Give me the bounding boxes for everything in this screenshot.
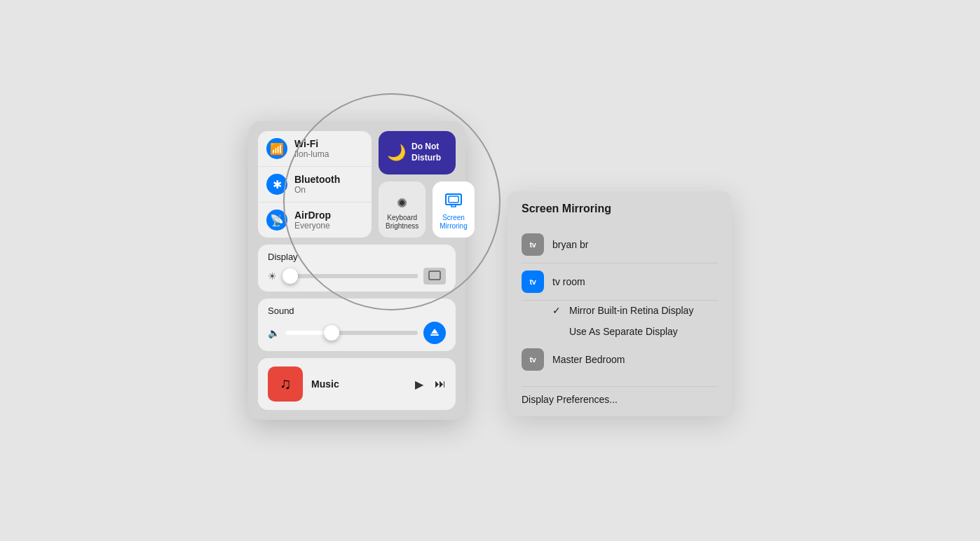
bottom-right-buttons: ✺ Keyboard Brightness Screen: [379, 182, 456, 238]
separate-display-option[interactable]: Use As Separate Display: [552, 322, 718, 341]
volume-thumb[interactable]: [324, 325, 339, 341]
mirror-option-label: Mirror Built-in Retina Display: [569, 305, 693, 316]
kb-label1: Keyboard: [387, 214, 417, 222]
screen-mirroring-panel: Screen Mirroring tv bryan br tv tv room: [508, 191, 732, 416]
brightness-track[interactable]: [283, 274, 418, 278]
bluetooth-text: Bluetooth On: [294, 174, 340, 195]
control-center: 📶 Wi-Fi Ilon-luma ✱ Bluetooth On: [248, 121, 465, 420]
svg-rect-3: [430, 334, 439, 336]
airplay-icon: [429, 326, 440, 340]
svg-rect-1: [449, 196, 458, 203]
volume-track[interactable]: [285, 331, 418, 335]
network-group: 📶 Wi-Fi Ilon-luma ✱ Bluetooth On: [258, 131, 372, 238]
brightness-fill: [283, 274, 418, 278]
atv-text-master: tv: [530, 355, 536, 364]
music-app-label: Music: [311, 378, 407, 390]
brightness-slider-row: ☀: [268, 268, 446, 285]
skip-button[interactable]: ⏭: [435, 378, 446, 390]
airdrop-icon: 📡: [270, 214, 284, 227]
mirror-label1: Screen: [442, 214, 465, 222]
play-button[interactable]: ▶: [415, 378, 423, 391]
device-item-tvroom[interactable]: tv tv room: [522, 263, 718, 301]
mirror-option[interactable]: ✓ Mirror Built-in Retina Display: [552, 301, 718, 320]
volume-slider-row: 🔈: [268, 322, 446, 344]
bluetooth-item[interactable]: ✱ Bluetooth On: [258, 167, 372, 203]
right-column: 🌙 Do Not Disturb ✺ Keyboard Brightness: [379, 131, 456, 238]
screen-mirroring-icon: [445, 193, 462, 211]
wifi-name: Wi-Fi: [294, 138, 329, 149]
device-item-bryan[interactable]: tv bryan br: [522, 226, 718, 263]
airdrop-item[interactable]: 📡 AirDrop Everyone: [258, 203, 372, 238]
appletv-icon-master: tv: [522, 348, 544, 371]
svg-rect-2: [429, 271, 440, 280]
bluetooth-icon: ✱: [273, 178, 282, 191]
device-item-tvroom-group: tv tv room ✓ Mirror Built-in Retina Disp…: [522, 263, 718, 341]
sub-options: ✓ Mirror Built-in Retina Display Use As …: [522, 301, 718, 341]
check-icon: ✓: [552, 305, 564, 316]
airplay-button[interactable]: [423, 322, 446, 344]
appletv-icon-bryan: tv: [522, 233, 544, 256]
brightness-icon: ☀: [268, 270, 277, 282]
dnd-label: Do Not Disturb: [411, 142, 441, 163]
bluetooth-icon-bg: ✱: [266, 174, 287, 195]
music-section: ♫ Music ▶ ⏭: [258, 358, 456, 410]
device-name-master: Master Bedroom: [552, 354, 625, 365]
do-not-disturb-button[interactable]: 🌙 Do Not Disturb: [379, 131, 456, 174]
volume-icon: 🔈: [268, 327, 280, 338]
device-list: tv bryan br tv tv room ✓ Mirror Built-in…: [522, 226, 718, 378]
device-name-bryan: bryan br: [552, 239, 588, 250]
music-note-icon: ♫: [280, 375, 292, 393]
music-controls: ▶ ⏭: [415, 378, 446, 391]
airdrop-icon-bg: 📡: [266, 210, 287, 231]
appletv-icon-tvroom: tv: [522, 270, 544, 293]
display-section: Display ☀: [258, 245, 456, 292]
dnd-label1: Do Not: [411, 142, 441, 153]
keyboard-brightness-icon: ✺: [397, 196, 407, 211]
moon-icon: 🌙: [387, 144, 406, 162]
top-section: 📶 Wi-Fi Ilon-luma ✱ Bluetooth On: [258, 131, 456, 238]
display-extend-button[interactable]: [423, 268, 446, 285]
mirroring-panel-title: Screen Mirroring: [522, 203, 718, 215]
wifi-icon: 📶: [270, 142, 284, 156]
sound-label: Sound: [268, 306, 446, 316]
wifi-icon-bg: 📶: [266, 138, 287, 159]
brightness-thumb[interactable]: [283, 268, 298, 284]
airdrop-sub: Everyone: [294, 221, 331, 231]
dnd-label2: Disturb: [411, 153, 441, 164]
display-extend-icon: [428, 270, 441, 282]
screen-mirroring-button[interactable]: Screen Mirroring: [433, 182, 474, 238]
wifi-sub: Ilon-luma: [294, 149, 329, 159]
airdrop-name: AirDrop: [294, 210, 331, 221]
airdrop-text: AirDrop Everyone: [294, 210, 331, 231]
bluetooth-sub: On: [294, 185, 340, 195]
device-name-tvroom: tv room: [552, 276, 585, 287]
atv-text-bryan: tv: [530, 240, 536, 249]
wifi-text: Wi-Fi Ilon-luma: [294, 138, 329, 159]
bluetooth-name: Bluetooth: [294, 174, 340, 185]
kb-label2: Brightness: [386, 222, 418, 231]
keyboard-brightness-button[interactable]: ✺ Keyboard Brightness: [379, 182, 426, 238]
music-artwork: ♫: [268, 367, 303, 402]
separate-display-label: Use As Separate Display: [569, 326, 678, 337]
display-label: Display: [268, 252, 446, 262]
mirror-label2: Mirroring: [440, 222, 467, 231]
atv-text-tvroom: tv: [530, 278, 536, 286]
wifi-item[interactable]: 📶 Wi-Fi Ilon-luma: [258, 131, 372, 167]
sound-section: Sound 🔈: [258, 299, 456, 351]
display-preferences-link[interactable]: Display Preferences...: [522, 386, 718, 405]
device-item-master[interactable]: tv Master Bedroom: [522, 341, 718, 378]
